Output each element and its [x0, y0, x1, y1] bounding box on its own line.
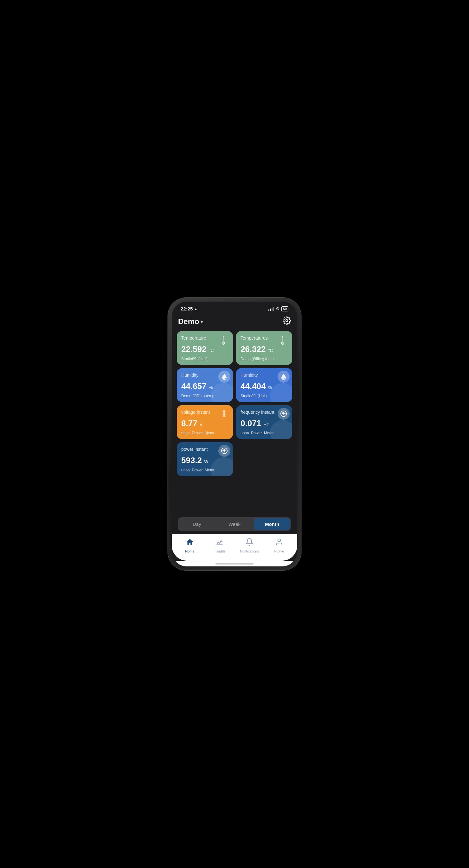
thermometer-icon — [277, 335, 288, 346]
nav-home-label: Home — [185, 549, 194, 553]
svg-rect-10 — [223, 411, 224, 412]
insights-icon — [215, 538, 224, 548]
card-value: 8.77 V — [181, 418, 229, 428]
empty-grid-cell — [236, 442, 292, 476]
wifi-icon: ⊙ — [276, 306, 280, 311]
bolt-icon — [218, 408, 230, 420]
settings-button[interactable] — [283, 316, 291, 327]
svg-rect-13 — [225, 413, 226, 415]
card-source: unoa_Power_Meter — [181, 431, 229, 435]
sensor-grid-row2: Humidity 44.657 % Demo (Office) temp Hum… — [172, 368, 297, 402]
phone-screen: 22:25 ▲ ⊙ 50 Demo ▾ — [172, 302, 297, 566]
svg-rect-7 — [282, 337, 283, 342]
person-icon — [275, 538, 283, 548]
svg-point-4 — [223, 342, 225, 344]
svg-point-0 — [286, 320, 288, 322]
chevron-down-icon: ▾ — [201, 319, 203, 324]
humidity-card-1[interactable]: Humidity 44.657 % Demo (Office) temp — [177, 368, 233, 402]
battery-level: 50 — [282, 306, 288, 311]
frequency-card[interactable]: frequency instant 0.071 Hz unoa_P — [236, 405, 292, 439]
home-indicator — [172, 561, 297, 566]
voltage-card[interactable]: voltage instant 8.77 V unoa_Power — [177, 405, 233, 439]
power-card[interactable]: power instant 593.2 W unoa_Power_ — [177, 442, 233, 476]
drop-icon — [218, 371, 230, 383]
temperature-card-1[interactable]: Temperature 22.592 °C Studio89_(Hall) — [177, 331, 233, 365]
month-button[interactable]: Month — [254, 518, 290, 530]
signal-icon — [268, 307, 274, 311]
bottom-nav: Home Insights Notificati — [172, 534, 297, 561]
svg-point-8 — [282, 342, 284, 344]
home-icon — [186, 538, 194, 548]
svg-rect-3 — [223, 337, 224, 342]
home-bar — [215, 563, 254, 564]
nav-notifications-label: Notifications — [240, 549, 259, 553]
svg-rect-11 — [225, 411, 226, 412]
svg-rect-12 — [223, 413, 224, 415]
battery-indicator: 50 — [282, 306, 288, 311]
bell-icon — [245, 538, 254, 548]
app-header: Demo ▾ — [172, 313, 297, 331]
header-title-group[interactable]: Demo ▾ — [178, 317, 203, 326]
svg-rect-14 — [223, 415, 224, 417]
svg-point-21 — [278, 539, 281, 542]
phone-frame: 22:25 ▲ ⊙ 50 Demo ▾ — [168, 298, 301, 570]
status-icons: ⊙ 50 — [268, 306, 288, 311]
nav-profile-label: Profile — [274, 549, 284, 553]
period-selector: Day Week Month — [172, 512, 297, 534]
humidity-card-2[interactable]: Humidity 44.404 % Studio89_(Hall) — [236, 368, 292, 402]
nav-profile[interactable]: Profile — [264, 538, 294, 553]
gauge-icon-power — [218, 445, 230, 457]
status-time: 22:25 ▲ — [181, 306, 198, 311]
drop-icon — [277, 371, 290, 383]
notch — [212, 302, 257, 310]
card-source: Studio89_(Hall) — [181, 357, 229, 361]
gauge-icon — [277, 408, 290, 420]
demo-label: Demo — [178, 317, 199, 326]
sensor-grid-row3: voltage instant 8.77 V unoa_Power — [172, 405, 297, 439]
svg-rect-9 — [224, 410, 225, 417]
card-source: Demo (Office) temp — [240, 357, 288, 361]
thermometer-icon — [218, 335, 229, 346]
nav-insights[interactable]: Insights — [205, 538, 235, 553]
sensor-grid-row1: Temperature 22.592 °C Studio89_(Hall) Te… — [172, 331, 297, 365]
day-button[interactable]: Day — [179, 518, 215, 530]
nav-notifications[interactable]: Notifications — [235, 538, 264, 553]
week-button[interactable]: Week — [217, 518, 253, 530]
svg-rect-15 — [225, 415, 226, 417]
period-btn-group: Day Week Month — [178, 517, 291, 531]
nav-insights-label: Insights — [213, 549, 226, 553]
temperature-card-2[interactable]: Temperatures 26.322 °C Demo (Office) tem… — [236, 331, 292, 365]
location-icon: ▲ — [194, 307, 198, 311]
time-display: 22:25 — [181, 306, 193, 311]
sensor-grid-row4: power instant 593.2 W unoa_Power_ — [172, 439, 297, 476]
nav-home[interactable]: Home — [175, 538, 205, 553]
